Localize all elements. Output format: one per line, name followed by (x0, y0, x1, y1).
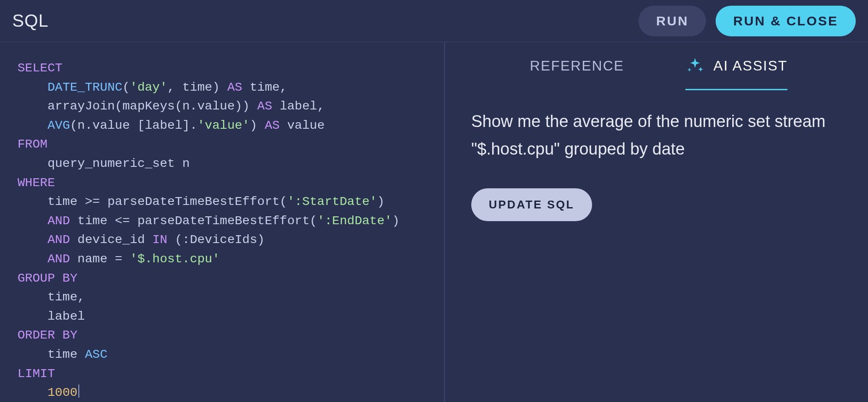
sql-token: time <= parseDateTimeBestEffort( (70, 214, 317, 228)
side-panel: REFERENCE AI ASSIST Show me the average … (445, 42, 868, 402)
sql-token: AND (47, 252, 70, 266)
sql-token: ) (250, 118, 265, 133)
sql-token: ':StartDate' (287, 194, 377, 209)
run-button[interactable]: RUN (639, 6, 706, 36)
sql-token (18, 80, 47, 95)
sql-token: time, label (18, 290, 85, 324)
sql-token: SELECT (18, 61, 63, 75)
sql-token: device_id (70, 233, 152, 247)
sql-token: AS (257, 99, 272, 113)
sql-token (18, 99, 47, 113)
sql-token: time, (242, 80, 287, 95)
header-actions: RUN RUN & CLOSE (639, 6, 856, 36)
sql-token: name = (70, 252, 130, 266)
sql-token: IN (152, 233, 167, 247)
sql-token: arrayJoin(mapKeys(n.value)) (47, 99, 257, 113)
tabs: REFERENCE AI ASSIST (467, 42, 850, 91)
sql-token: ORDER BY (18, 328, 78, 342)
tab-label: REFERENCE (530, 58, 624, 74)
sql-token: 'day' (130, 80, 168, 95)
sql-token: , time) (167, 80, 227, 95)
sql-token (18, 385, 47, 400)
main: SELECT DATE_TRUNC('day', time) AS time, … (0, 42, 868, 402)
sql-token: query_numeric_set n (18, 156, 190, 171)
sql-token: DATE_TRUNC (47, 80, 122, 95)
header: SQL RUN RUN & CLOSE (0, 0, 868, 42)
sql-token: AS (265, 118, 279, 133)
ai-assist-panel: Show me the average of the numeric set s… (467, 91, 850, 221)
update-sql-button[interactable]: UPDATE SQL (471, 188, 592, 221)
sql-token (18, 118, 47, 133)
sql-token: FROM (18, 137, 47, 152)
sql-editor[interactable]: SELECT DATE_TRUNC('day', time) AS time, … (0, 42, 445, 402)
page-title: SQL (12, 11, 49, 31)
sql-token: AVG (47, 118, 70, 133)
sql-token: AS (227, 80, 242, 95)
run-and-close-button[interactable]: RUN & CLOSE (716, 6, 856, 36)
tab-ai-assist[interactable]: AI ASSIST (685, 43, 787, 90)
sql-token: value (280, 118, 325, 133)
sql-token: GROUP BY (18, 271, 78, 286)
sql-token: time (18, 347, 85, 362)
editor-cursor (78, 384, 79, 398)
sql-token: '$.host.cpu' (130, 252, 220, 266)
assist-prompt[interactable]: Show me the average of the numeric set s… (471, 108, 846, 163)
sql-token: ':EndDate' (317, 214, 392, 228)
sql-token: AND (47, 214, 70, 228)
tab-reference[interactable]: REFERENCE (530, 45, 624, 88)
sql-token: time >= parseDateTimeBestEffort( (18, 194, 287, 209)
sql-token: WHERE (18, 176, 55, 190)
sparkle-icon (685, 56, 705, 76)
sql-token: AND (47, 233, 70, 247)
sql-token: label, (272, 99, 325, 113)
sql-token: LIMIT (18, 367, 55, 381)
sql-token: ( (122, 80, 130, 95)
sql-token: ASC (85, 347, 107, 362)
sql-token: 'value' (197, 118, 250, 133)
tab-label: AI ASSIST (713, 58, 787, 74)
sql-token: (n.value [label]. (70, 118, 198, 133)
sql-token: 1000 (47, 385, 77, 400)
